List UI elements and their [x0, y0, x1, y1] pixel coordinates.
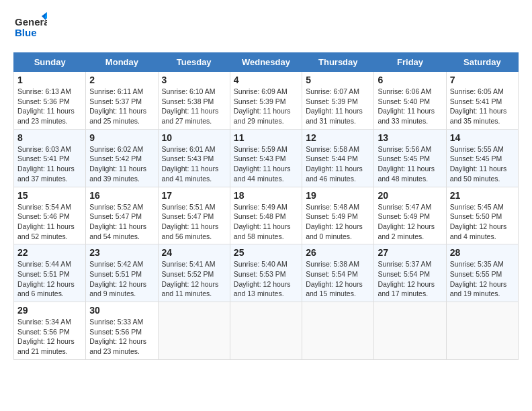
cell-info: Sunrise: 6:06 AMSunset: 5:40 PMDaylight:…: [378, 87, 442, 126]
day-number: 16: [89, 190, 154, 201]
calendar-cell: 27Sunrise: 5:37 AMSunset: 5:54 PMDayligh…: [374, 244, 446, 302]
cell-info: Sunrise: 5:49 AMSunset: 5:48 PMDaylight:…: [234, 202, 298, 242]
calendar-cell: [158, 302, 230, 360]
cell-info: Sunrise: 5:51 AMSunset: 5:47 PMDaylight:…: [162, 202, 226, 242]
day-header-monday: Monday: [86, 53, 158, 72]
cell-info: Sunrise: 5:59 AMSunset: 5:43 PMDaylight:…: [234, 144, 298, 184]
calendar-week-1: 1Sunrise: 6:13 AMSunset: 5:36 PMDaylight…: [14, 72, 519, 130]
day-number: 14: [450, 132, 515, 143]
logo-icon: General Blue: [13, 11, 47, 47]
calendar-cell: 22Sunrise: 5:44 AMSunset: 5:51 PMDayligh…: [14, 244, 86, 302]
day-number: 7: [450, 75, 515, 85]
calendar-week-5: 29Sunrise: 5:34 AMSunset: 5:56 PMDayligh…: [14, 302, 519, 360]
calendar-cell: 5Sunrise: 6:07 AMSunset: 5:39 PMDaylight…: [302, 72, 374, 130]
calendar-cell: [374, 302, 446, 360]
calendar-cell: 8Sunrise: 6:03 AMSunset: 5:41 PMDaylight…: [14, 129, 86, 187]
cell-info: Sunrise: 5:38 AMSunset: 5:54 PMDaylight:…: [306, 259, 370, 299]
cell-info: Sunrise: 6:05 AMSunset: 5:41 PMDaylight:…: [450, 87, 515, 126]
svg-text:Blue: Blue: [15, 27, 37, 38]
calendar-cell: 18Sunrise: 5:49 AMSunset: 5:48 PMDayligh…: [230, 187, 302, 244]
calendar-cell: 6Sunrise: 6:06 AMSunset: 5:40 PMDaylight…: [374, 72, 446, 130]
cell-info: Sunrise: 5:48 AMSunset: 5:49 PMDaylight:…: [306, 202, 370, 242]
day-number: 10: [162, 132, 226, 143]
calendar-cell: [230, 302, 302, 360]
calendar-cell: 25Sunrise: 5:40 AMSunset: 5:53 PMDayligh…: [230, 244, 302, 302]
day-number: 6: [378, 75, 442, 85]
calendar-cell: [446, 302, 518, 360]
cell-info: Sunrise: 5:34 AMSunset: 5:56 PMDaylight:…: [17, 317, 82, 357]
calendar-header-row: SundayMondayTuesdayWednesdayThursdayFrid…: [14, 53, 519, 72]
calendar-cell: 9Sunrise: 6:02 AMSunset: 5:42 PMDaylight…: [86, 129, 158, 187]
day-number: 4: [234, 75, 298, 85]
calendar-cell: 14Sunrise: 5:55 AMSunset: 5:45 PMDayligh…: [446, 129, 518, 187]
day-header-wednesday: Wednesday: [230, 53, 302, 72]
calendar-cell: 10Sunrise: 6:01 AMSunset: 5:43 PMDayligh…: [158, 129, 230, 187]
calendar-cell: 15Sunrise: 5:54 AMSunset: 5:46 PMDayligh…: [14, 187, 86, 244]
day-number: 5: [306, 75, 370, 85]
day-number: 19: [306, 190, 370, 201]
cell-info: Sunrise: 5:55 AMSunset: 5:45 PMDaylight:…: [450, 144, 515, 184]
cell-info: Sunrise: 6:11 AMSunset: 5:37 PMDaylight:…: [89, 87, 154, 126]
day-number: 3: [162, 75, 226, 85]
cell-info: Sunrise: 6:03 AMSunset: 5:41 PMDaylight:…: [17, 144, 82, 184]
day-number: 22: [17, 247, 82, 258]
calendar-week-2: 8Sunrise: 6:03 AMSunset: 5:41 PMDaylight…: [14, 129, 519, 187]
cell-info: Sunrise: 6:13 AMSunset: 5:36 PMDaylight:…: [17, 87, 82, 126]
day-number: 8: [17, 132, 82, 143]
day-header-friday: Friday: [374, 53, 446, 72]
cell-info: Sunrise: 5:44 AMSunset: 5:51 PMDaylight:…: [17, 259, 82, 299]
calendar-week-3: 15Sunrise: 5:54 AMSunset: 5:46 PMDayligh…: [14, 187, 519, 244]
cell-info: Sunrise: 5:45 AMSunset: 5:50 PMDaylight:…: [450, 202, 515, 242]
cell-info: Sunrise: 6:02 AMSunset: 5:42 PMDaylight:…: [89, 144, 154, 184]
calendar-cell: 1Sunrise: 6:13 AMSunset: 5:36 PMDaylight…: [14, 72, 86, 130]
day-number: 21: [450, 190, 515, 201]
day-number: 29: [17, 305, 82, 316]
cell-info: Sunrise: 5:40 AMSunset: 5:53 PMDaylight:…: [234, 259, 298, 299]
calendar-cell: 20Sunrise: 5:47 AMSunset: 5:49 PMDayligh…: [374, 187, 446, 244]
calendar-cell: 19Sunrise: 5:48 AMSunset: 5:49 PMDayligh…: [302, 187, 374, 244]
calendar-cell: 12Sunrise: 5:58 AMSunset: 5:44 PMDayligh…: [302, 129, 374, 187]
day-header-tuesday: Tuesday: [158, 53, 230, 72]
day-number: 17: [162, 190, 226, 201]
cell-info: Sunrise: 5:52 AMSunset: 5:47 PMDaylight:…: [89, 202, 154, 242]
cell-info: Sunrise: 5:42 AMSunset: 5:51 PMDaylight:…: [89, 259, 154, 299]
calendar-cell: 29Sunrise: 5:34 AMSunset: 5:56 PMDayligh…: [14, 302, 86, 360]
cell-info: Sunrise: 5:47 AMSunset: 5:49 PMDaylight:…: [378, 202, 442, 242]
day-number: 26: [306, 247, 370, 258]
logo: General Blue: [13, 11, 47, 47]
calendar-table: SundayMondayTuesdayWednesdayThursdayFrid…: [13, 52, 519, 360]
cell-info: Sunrise: 5:58 AMSunset: 5:44 PMDaylight:…: [306, 144, 370, 184]
day-number: 30: [89, 305, 154, 316]
calendar-cell: 28Sunrise: 5:35 AMSunset: 5:55 PMDayligh…: [446, 244, 518, 302]
day-header-thursday: Thursday: [302, 53, 374, 72]
cell-info: Sunrise: 5:35 AMSunset: 5:55 PMDaylight:…: [450, 259, 515, 299]
day-number: 13: [378, 132, 442, 143]
day-number: 2: [89, 75, 154, 85]
calendar-cell: 11Sunrise: 5:59 AMSunset: 5:43 PMDayligh…: [230, 129, 302, 187]
calendar-cell: 17Sunrise: 5:51 AMSunset: 5:47 PMDayligh…: [158, 187, 230, 244]
calendar-cell: 3Sunrise: 6:10 AMSunset: 5:38 PMDaylight…: [158, 72, 230, 130]
cell-info: Sunrise: 5:56 AMSunset: 5:45 PMDaylight:…: [378, 144, 442, 184]
page-header: General Blue: [13, 11, 519, 47]
cell-info: Sunrise: 5:41 AMSunset: 5:52 PMDaylight:…: [162, 259, 226, 299]
day-number: 27: [378, 247, 442, 258]
day-number: 18: [234, 190, 298, 201]
day-number: 12: [306, 132, 370, 143]
calendar-cell: 16Sunrise: 5:52 AMSunset: 5:47 PMDayligh…: [86, 187, 158, 244]
calendar-cell: 4Sunrise: 6:09 AMSunset: 5:39 PMDaylight…: [230, 72, 302, 130]
cell-info: Sunrise: 5:37 AMSunset: 5:54 PMDaylight:…: [378, 259, 442, 299]
calendar-cell: 21Sunrise: 5:45 AMSunset: 5:50 PMDayligh…: [446, 187, 518, 244]
svg-text:General: General: [15, 16, 47, 28]
day-number: 28: [450, 247, 515, 258]
calendar-cell: 2Sunrise: 6:11 AMSunset: 5:37 PMDaylight…: [86, 72, 158, 130]
cell-info: Sunrise: 6:07 AMSunset: 5:39 PMDaylight:…: [306, 87, 370, 126]
calendar-cell: 7Sunrise: 6:05 AMSunset: 5:41 PMDaylight…: [446, 72, 518, 130]
day-header-sunday: Sunday: [14, 53, 86, 72]
calendar-cell: [302, 302, 374, 360]
day-number: 25: [234, 247, 298, 258]
cell-info: Sunrise: 6:01 AMSunset: 5:43 PMDaylight:…: [162, 144, 226, 184]
calendar-cell: 26Sunrise: 5:38 AMSunset: 5:54 PMDayligh…: [302, 244, 374, 302]
cell-info: Sunrise: 6:09 AMSunset: 5:39 PMDaylight:…: [234, 87, 298, 126]
day-number: 15: [17, 190, 82, 201]
day-number: 11: [234, 132, 298, 143]
